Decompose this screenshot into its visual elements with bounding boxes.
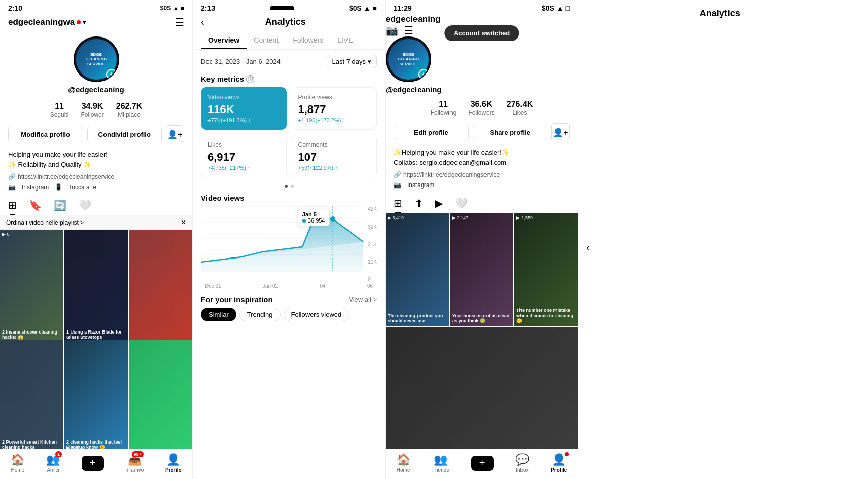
bottom-nav-profile-3[interactable]: 👤 Profile: [551, 453, 567, 473]
username-1: edgecleaningwa: [8, 17, 75, 27]
back-button-2[interactable]: ‹: [201, 16, 204, 28]
plus-button-3[interactable]: +: [471, 456, 494, 471]
nav-grid-icon-3[interactable]: ⊞: [394, 197, 402, 209]
instagram-label-3[interactable]: Instagram: [407, 181, 434, 189]
video-thumb-4[interactable]: 2 Powerful smart Kitchen cleaning hacks: [0, 340, 63, 449]
nav-heart-icon-3[interactable]: 🤍: [455, 197, 468, 209]
video-thumb-3[interactable]: [129, 230, 192, 342]
share-profile-button[interactable]: Condividi profilo: [87, 127, 162, 142]
video-thumb-1[interactable]: 2 Insane shower cleaning hacks! 😱 ▶ 0: [0, 230, 63, 342]
friends-icon-3: 👥: [434, 453, 447, 466]
video-thumb-3-3[interactable]: The number one mistake when it comes to …: [514, 213, 578, 326]
stat-likes-3: 276.4K Likes: [507, 100, 533, 116]
chart-svg-2: [201, 206, 377, 272]
hamburger-menu-3[interactable]: ☰: [404, 24, 413, 36]
stat-followers-3: 36.6K Followers: [468, 100, 494, 116]
stat-likes-num: 262.7K: [116, 102, 143, 111]
inbox-badge-1: 99+: [132, 451, 144, 457]
dynamic-island: [270, 6, 294, 10]
tab-content-2[interactable]: Content: [247, 32, 286, 49]
bottom-nav-1: 🏠 Home 👥 1 Amici + 📥 99+ In arrivo 👤 Pro…: [0, 449, 192, 479]
bottom-nav-friends-3[interactable]: 👥 Friends: [432, 453, 449, 473]
video-thumb-6[interactable]: [129, 340, 192, 449]
tocca-label[interactable]: Tocca a te: [68, 183, 96, 191]
add-friend-button-3[interactable]: 👤+: [551, 123, 570, 141]
edit-profile-button[interactable]: Modifica profilo: [8, 127, 83, 142]
bottom-nav-inbox-1[interactable]: 📥 99+ In arrivo: [125, 453, 144, 473]
video-thumb-3-2[interactable]: Your house is not as clean as you think …: [450, 213, 513, 326]
tab-followers-2[interactable]: Followers: [286, 32, 330, 49]
metric-likes-2: Likes 6,917 +4,735(+217%) ↑: [201, 135, 287, 177]
metric-likes-value-2: 6,917: [207, 151, 280, 164]
nav-bookmark-icon[interactable]: 🔖: [29, 199, 42, 211]
insp-tab-similar[interactable]: Similar: [201, 308, 236, 321]
heart-icon-3: 🤍: [455, 197, 468, 209]
nav-grid-icon[interactable]: ⊞: [8, 199, 17, 211]
video-thumb-3-1[interactable]: The cleaning product you should never us…: [386, 213, 449, 326]
chevron-down-icon[interactable]: ▾: [83, 19, 86, 26]
hamburger-menu-1[interactable]: ☰: [175, 16, 184, 28]
metric-pv-change-2: +1,190(+173.2%) ↑: [298, 117, 371, 123]
line-chart-2: Jan 5 36,954 42K 32K 21K 11K 0: [201, 206, 377, 282]
playlist-label[interactable]: Ordina i video nelle playlist >: [6, 219, 84, 226]
metric-pv-value-2: 1,877: [298, 103, 371, 116]
video-label-4: 2 Powerful smart Kitchen cleaning hacks: [2, 439, 61, 449]
analytics-tabs-2: Overview Content Followers LIVE: [193, 32, 385, 50]
toast-text-3: Account switched: [454, 29, 510, 37]
bottom-nav-plus-3[interactable]: +: [471, 456, 494, 471]
link-text-3[interactable]: https://linktr.ee/edgecleaningservice: [403, 171, 500, 178]
home-label-3: Home: [397, 467, 410, 473]
link-row-3: 🔗 https://linktr.ee/edgecleaningservice: [386, 170, 578, 179]
instagram-label[interactable]: Instagram: [22, 183, 49, 191]
metric-comments-change-2: +59(+122.9%) ↑: [298, 165, 371, 171]
avatar-1: EDGECLEANINGSERVICE +: [74, 36, 119, 82]
insp-tab-trending[interactable]: Trending: [239, 308, 281, 321]
bio-text-1: Helping you make your life easier!✨ Reli…: [8, 150, 184, 169]
add-avatar-button[interactable]: +: [106, 69, 117, 80]
share-profile-button-3[interactable]: Share profile: [473, 125, 548, 140]
stat-following-num: 11: [50, 102, 69, 111]
view-all-2[interactable]: View all >: [349, 296, 377, 303]
profile-dot-3: [565, 452, 569, 456]
play-icon-3: ▶: [435, 197, 443, 209]
chart-y-labels-2: 42K 32K 21K 11K 0: [368, 206, 377, 282]
tab-live-2[interactable]: LIVE: [330, 32, 360, 49]
plus-button-1[interactable]: +: [82, 456, 104, 471]
panel1-profile: 2:10 $0S ▲ ■ edgecleaningwa ▾ ☰ EDGECLEA…: [0, 0, 193, 479]
close-playlist-icon[interactable]: ✕: [181, 218, 186, 226]
nav-share-icon[interactable]: 🔄: [54, 199, 66, 211]
video-thumb-5[interactable]: 2 cleaning hacks that feel illegal to kn…: [64, 340, 128, 449]
bottom-nav-inbox-3[interactable]: 💬 Inbox: [515, 453, 529, 473]
metric-video-views-2: Video views 116K +77K(+191.3%) ↑: [201, 87, 287, 130]
instagram-icon-3: 📷: [394, 181, 401, 189]
edit-profile-button-3[interactable]: Edit profile: [394, 125, 469, 140]
home-label-1: Home: [11, 467, 24, 473]
date-picker-2[interactable]: Last 7 days ▾: [327, 55, 377, 68]
bottom-nav-profile-1[interactable]: 👤 Profilo: [165, 453, 182, 473]
add-friend-button[interactable]: 👤+: [166, 125, 184, 143]
bottom-nav-plus-1[interactable]: +: [82, 456, 104, 471]
key-metrics-label-2: Key metrics: [201, 75, 244, 83]
chevron-down-date-2: ▾: [368, 58, 371, 65]
metric-pv-label-2: Profile views: [298, 94, 371, 101]
chart-x-labels-2: Dec 31 Jan 02 04 06: [201, 282, 377, 289]
nav-heart-icon[interactable]: 🤍: [79, 199, 91, 211]
upload-icon-3: ⬆: [414, 197, 423, 209]
back-button-4[interactable]: ‹: [586, 242, 590, 253]
inspiration-header-2: For your inspiration View all >: [201, 295, 377, 304]
link-text-1[interactable]: https://linktr.ee/edgecleaningservice: [18, 173, 114, 180]
video-row-bottom-3[interactable]: ❤️ 269 💬 758 🔖 3 👥 2083: [386, 327, 578, 449]
tab-overview-2[interactable]: Overview: [201, 32, 247, 49]
video-thumb-2[interactable]: 1 Using a Razor Blade for Glass Stovetop…: [64, 230, 128, 342]
nav-upload-icon-3[interactable]: ⬆: [414, 197, 423, 209]
bottom-nav-home-1[interactable]: 🏠 Home: [11, 453, 24, 473]
panel4-analytics-detail: ▪▪▪▪ ∨ ‹ Analytics Overview Content Foll…: [578, 0, 868, 479]
insp-tab-followers[interactable]: Followers viewed: [284, 308, 350, 321]
camera-icon-3[interactable]: 📷: [386, 24, 398, 36]
nav-play-icon-3[interactable]: ▶: [435, 197, 443, 209]
add-avatar-button-3[interactable]: +: [418, 69, 429, 80]
account-switched-toast: Account switched: [444, 25, 519, 41]
bottom-nav-friends-1[interactable]: 👥 1 Amici: [46, 453, 60, 473]
time-1: 2:10: [8, 4, 22, 12]
bottom-nav-home-3[interactable]: 🏠 Home: [397, 453, 410, 473]
